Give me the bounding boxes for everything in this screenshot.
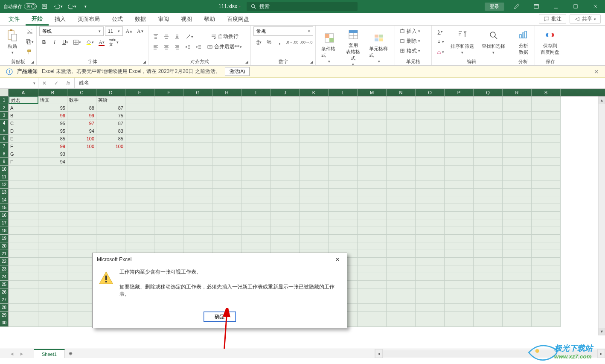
cell[interactable] <box>503 212 532 219</box>
cell[interactable] <box>9 304 38 312</box>
row-header[interactable]: 12 <box>0 181 9 189</box>
col-header[interactable]: R <box>503 89 532 96</box>
cell[interactable] <box>387 212 416 219</box>
cell[interactable] <box>241 135 271 143</box>
cell[interactable] <box>532 196 561 204</box>
cell[interactable] <box>358 196 387 204</box>
cell[interactable] <box>300 119 329 127</box>
cell[interactable] <box>300 227 329 235</box>
cell[interactable] <box>532 312 561 319</box>
cell[interactable] <box>532 242 561 250</box>
login-button[interactable]: 登录 <box>485 3 504 11</box>
cell[interactable] <box>532 265 561 273</box>
pen-icon[interactable] <box>507 0 526 13</box>
phonetic-icon[interactable]: wén文▾ <box>108 38 120 47</box>
close-icon[interactable] <box>585 0 605 13</box>
cell[interactable] <box>358 273 387 281</box>
cell[interactable] <box>474 227 503 235</box>
cell[interactable] <box>183 127 212 135</box>
cell[interactable] <box>416 158 445 166</box>
merge-center-button[interactable]: 合并后居中▾ <box>205 42 244 52</box>
orientation-icon[interactable]: ▾ <box>183 32 195 41</box>
scroll-right-icon[interactable]: ► <box>597 349 605 358</box>
insert-cells-button[interactable]: 插入▾ <box>398 26 429 36</box>
cell[interactable]: 85 <box>96 135 125 143</box>
tab-layout[interactable]: 页面布局 <box>72 13 106 25</box>
cell[interactable] <box>329 204 358 212</box>
cell[interactable] <box>416 312 445 319</box>
cell[interactable] <box>241 119 271 127</box>
accounting-format-icon[interactable]: ▾ <box>253 38 263 47</box>
cell[interactable]: 100 <box>96 143 125 150</box>
row-header[interactable]: 30 <box>0 319 9 327</box>
cell[interactable] <box>125 104 154 112</box>
italic-icon[interactable]: I <box>50 38 59 47</box>
cell[interactable] <box>474 212 503 219</box>
alignment-launcher[interactable]: ◢ <box>244 59 250 65</box>
row-header[interactable]: 2 <box>0 104 9 112</box>
cell[interactable] <box>416 189 445 196</box>
cell[interactable]: 99 <box>38 143 67 150</box>
cell[interactable] <box>358 319 387 327</box>
cell[interactable] <box>445 265 474 273</box>
cell[interactable] <box>503 173 532 181</box>
cell[interactable] <box>212 135 241 143</box>
cell[interactable]: 英语 <box>96 96 125 104</box>
cell[interactable] <box>9 250 38 258</box>
cell[interactable] <box>125 173 154 181</box>
cell[interactable] <box>38 212 67 219</box>
cell[interactable] <box>532 104 561 112</box>
cell[interactable]: 96 <box>38 112 67 119</box>
cell[interactable] <box>474 127 503 135</box>
cell[interactable] <box>300 212 329 219</box>
cell[interactable] <box>96 181 125 189</box>
cell[interactable] <box>387 304 416 312</box>
cell[interactable] <box>271 196 300 204</box>
cell[interactable] <box>532 288 561 296</box>
cell[interactable] <box>241 189 271 196</box>
cell[interactable] <box>9 204 38 212</box>
cell[interactable] <box>329 112 358 119</box>
cell[interactable] <box>532 189 561 196</box>
cell[interactable] <box>358 104 387 112</box>
cell[interactable] <box>358 143 387 150</box>
cell[interactable] <box>154 196 183 204</box>
col-header[interactable]: J <box>271 89 300 96</box>
cell[interactable] <box>445 127 474 135</box>
cell[interactable] <box>474 304 503 312</box>
cell[interactable] <box>532 281 561 288</box>
cell[interactable] <box>474 150 503 158</box>
cell[interactable]: 99 <box>67 112 96 119</box>
cell[interactable] <box>300 158 329 166</box>
cell[interactable] <box>154 119 183 127</box>
cell[interactable] <box>416 119 445 127</box>
cell[interactable] <box>445 227 474 235</box>
cell[interactable] <box>445 281 474 288</box>
cell[interactable] <box>445 235 474 242</box>
cell[interactable] <box>212 242 241 250</box>
col-header[interactable]: H <box>212 89 241 96</box>
cell[interactable]: 95 <box>38 127 67 135</box>
tab-baidu[interactable]: 百度网盘 <box>221 13 255 25</box>
cell[interactable] <box>445 196 474 204</box>
scroll-left-icon[interactable]: ◄ <box>375 349 383 358</box>
cell[interactable] <box>67 166 96 173</box>
select-all-corner[interactable] <box>0 89 9 96</box>
col-header[interactable]: P <box>445 89 474 96</box>
cell[interactable] <box>67 204 96 212</box>
cell[interactable] <box>474 143 503 150</box>
cell[interactable] <box>445 212 474 219</box>
cell[interactable] <box>9 196 38 204</box>
cell[interactable] <box>125 150 154 158</box>
cell[interactable] <box>9 265 38 273</box>
cell[interactable] <box>96 235 125 242</box>
cell[interactable] <box>445 250 474 258</box>
cell[interactable] <box>241 112 271 119</box>
row-header[interactable]: 19 <box>0 235 9 242</box>
cell[interactable] <box>9 166 38 173</box>
cell[interactable] <box>445 296 474 304</box>
cell[interactable] <box>38 304 67 312</box>
cell[interactable] <box>445 181 474 189</box>
cell[interactable] <box>358 250 387 258</box>
cell[interactable] <box>38 281 67 288</box>
